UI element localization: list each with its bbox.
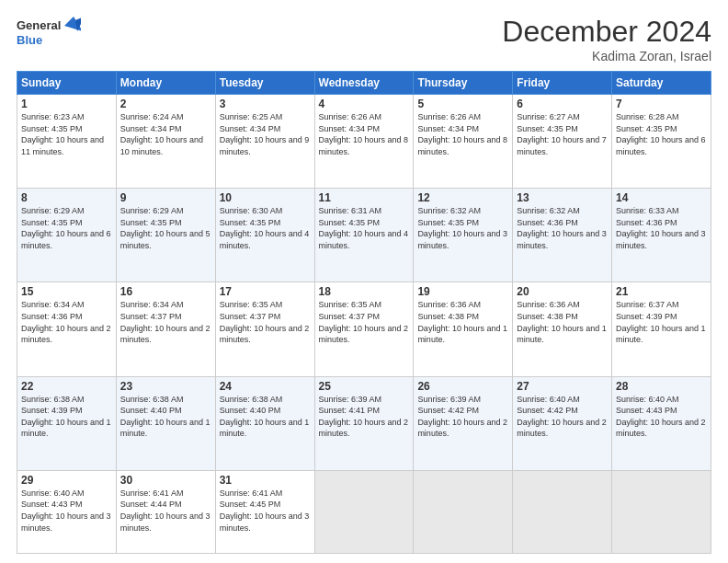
calendar-cell: 26Sunrise: 6:39 AM Sunset: 4:42 PM Dayli… (414, 376, 513, 470)
calendar-cell: 4Sunrise: 6:26 AM Sunset: 4:34 PM Daylig… (314, 95, 414, 189)
calendar-cell: 27Sunrise: 6:40 AM Sunset: 4:42 PM Dayli… (513, 376, 612, 470)
calendar-cell (513, 470, 612, 553)
day-number: 31 (220, 474, 311, 487)
calendar-cell: 17Sunrise: 6:35 AM Sunset: 4:37 PM Dayli… (215, 282, 314, 376)
day-info: Sunrise: 6:40 AM Sunset: 4:43 PM Dayligh… (616, 394, 707, 440)
day-number: 13 (517, 191, 608, 204)
calendar-cell: 23Sunrise: 6:38 AM Sunset: 4:40 PM Dayli… (116, 376, 215, 470)
day-info: Sunrise: 6:30 AM Sunset: 4:35 PM Dayligh… (220, 205, 311, 251)
header-day: Thursday (414, 72, 513, 95)
calendar-cell: 28Sunrise: 6:40 AM Sunset: 4:43 PM Dayli… (612, 376, 711, 470)
day-info: Sunrise: 6:39 AM Sunset: 4:42 PM Dayligh… (417, 394, 508, 440)
day-info: Sunrise: 6:40 AM Sunset: 4:43 PM Dayligh… (21, 488, 112, 534)
calendar-cell: 25Sunrise: 6:39 AM Sunset: 4:41 PM Dayli… (314, 376, 414, 470)
calendar-cell: 14Sunrise: 6:33 AM Sunset: 4:36 PM Dayli… (612, 189, 711, 282)
day-number: 11 (319, 191, 410, 204)
day-info: Sunrise: 6:36 AM Sunset: 4:38 PM Dayligh… (417, 299, 508, 345)
day-info: Sunrise: 6:35 AM Sunset: 4:37 PM Dayligh… (319, 299, 410, 345)
day-number: 9 (120, 191, 211, 204)
day-number: 16 (120, 285, 211, 298)
day-info: Sunrise: 6:38 AM Sunset: 4:39 PM Dayligh… (21, 394, 112, 440)
day-number: 24 (220, 380, 311, 393)
calendar: SundayMondayTuesdayWednesdayThursdayFrid… (17, 71, 711, 554)
day-info: Sunrise: 6:27 AM Sunset: 4:35 PM Dayligh… (517, 111, 608, 157)
day-info: Sunrise: 6:37 AM Sunset: 4:39 PM Dayligh… (616, 299, 707, 345)
day-info: Sunrise: 6:28 AM Sunset: 4:35 PM Dayligh… (616, 111, 707, 157)
day-number: 1 (21, 98, 112, 110)
calendar-cell: 15Sunrise: 6:34 AM Sunset: 4:36 PM Dayli… (17, 282, 117, 376)
day-number: 5 (417, 98, 508, 110)
calendar-cell: 31Sunrise: 6:41 AM Sunset: 4:45 PM Dayli… (215, 470, 314, 553)
day-info: Sunrise: 6:40 AM Sunset: 4:42 PM Dayligh… (517, 394, 608, 440)
calendar-cell: 7Sunrise: 6:28 AM Sunset: 4:35 PM Daylig… (612, 95, 711, 189)
day-number: 23 (120, 380, 211, 393)
day-info: Sunrise: 6:33 AM Sunset: 4:36 PM Dayligh… (616, 205, 707, 251)
header-day: Wednesday (314, 72, 414, 95)
location: Kadima Zoran, Israel (502, 49, 711, 63)
day-number: 28 (616, 380, 707, 393)
svg-text:General: General (17, 18, 61, 32)
calendar-cell: 18Sunrise: 6:35 AM Sunset: 4:37 PM Dayli… (314, 282, 414, 376)
title-area: December 2024 Kadima Zoran, Israel (502, 15, 711, 63)
header-day: Tuesday (215, 72, 314, 95)
day-number: 18 (319, 285, 410, 298)
day-number: 19 (417, 285, 508, 298)
calendar-cell: 6Sunrise: 6:27 AM Sunset: 4:35 PM Daylig… (513, 95, 612, 189)
calendar-cell: 16Sunrise: 6:34 AM Sunset: 4:37 PM Dayli… (116, 282, 215, 376)
calendar-cell: 2Sunrise: 6:24 AM Sunset: 4:34 PM Daylig… (116, 95, 215, 189)
day-info: Sunrise: 6:26 AM Sunset: 4:34 PM Dayligh… (417, 111, 508, 157)
logo: General Blue (17, 15, 81, 52)
calendar-cell: 13Sunrise: 6:32 AM Sunset: 4:36 PM Dayli… (513, 189, 612, 282)
day-number: 20 (517, 285, 608, 298)
day-info: Sunrise: 6:41 AM Sunset: 4:45 PM Dayligh… (220, 488, 311, 534)
header-day: Sunday (17, 72, 117, 95)
calendar-cell: 5Sunrise: 6:26 AM Sunset: 4:34 PM Daylig… (414, 95, 513, 189)
day-number: 4 (319, 98, 410, 110)
day-number: 15 (21, 285, 112, 298)
day-info: Sunrise: 6:36 AM Sunset: 4:38 PM Dayligh… (517, 299, 608, 345)
day-info: Sunrise: 6:41 AM Sunset: 4:44 PM Dayligh… (120, 488, 211, 534)
calendar-cell: 9Sunrise: 6:29 AM Sunset: 4:35 PM Daylig… (116, 189, 215, 282)
day-info: Sunrise: 6:32 AM Sunset: 4:35 PM Dayligh… (417, 205, 508, 251)
day-number: 17 (220, 285, 311, 298)
day-number: 14 (616, 191, 707, 204)
calendar-cell: 30Sunrise: 6:41 AM Sunset: 4:44 PM Dayli… (116, 470, 215, 553)
calendar-cell: 1Sunrise: 6:23 AM Sunset: 4:35 PM Daylig… (17, 95, 117, 189)
day-info: Sunrise: 6:29 AM Sunset: 4:35 PM Dayligh… (120, 205, 211, 251)
day-info: Sunrise: 6:34 AM Sunset: 4:36 PM Dayligh… (21, 299, 112, 345)
day-info: Sunrise: 6:29 AM Sunset: 4:35 PM Dayligh… (21, 205, 112, 251)
day-number: 21 (616, 285, 707, 298)
calendar-cell: 29Sunrise: 6:40 AM Sunset: 4:43 PM Dayli… (17, 470, 117, 553)
calendar-cell: 19Sunrise: 6:36 AM Sunset: 4:38 PM Dayli… (414, 282, 513, 376)
month-title: December 2024 (502, 15, 711, 49)
day-number: 7 (616, 98, 707, 110)
calendar-cell: 12Sunrise: 6:32 AM Sunset: 4:35 PM Dayli… (414, 189, 513, 282)
day-number: 26 (417, 380, 508, 393)
calendar-cell: 10Sunrise: 6:30 AM Sunset: 4:35 PM Dayli… (215, 189, 314, 282)
day-info: Sunrise: 6:25 AM Sunset: 4:34 PM Dayligh… (220, 111, 311, 157)
header-day: Monday (116, 72, 215, 95)
calendar-cell (612, 470, 711, 553)
calendar-cell: 24Sunrise: 6:38 AM Sunset: 4:40 PM Dayli… (215, 376, 314, 470)
day-info: Sunrise: 6:24 AM Sunset: 4:34 PM Dayligh… (120, 111, 211, 157)
day-number: 12 (417, 191, 508, 204)
day-number: 6 (517, 98, 608, 110)
day-number: 30 (120, 474, 211, 487)
svg-text:Blue: Blue (17, 33, 42, 47)
calendar-cell: 20Sunrise: 6:36 AM Sunset: 4:38 PM Dayli… (513, 282, 612, 376)
calendar-cell: 3Sunrise: 6:25 AM Sunset: 4:34 PM Daylig… (215, 95, 314, 189)
day-info: Sunrise: 6:34 AM Sunset: 4:37 PM Dayligh… (120, 299, 211, 345)
calendar-cell: 8Sunrise: 6:29 AM Sunset: 4:35 PM Daylig… (17, 189, 117, 282)
header-day: Friday (513, 72, 612, 95)
day-number: 2 (120, 98, 211, 110)
day-number: 27 (517, 380, 608, 393)
day-number: 25 (319, 380, 410, 393)
day-info: Sunrise: 6:31 AM Sunset: 4:35 PM Dayligh… (319, 205, 410, 251)
calendar-cell: 22Sunrise: 6:38 AM Sunset: 4:39 PM Dayli… (17, 376, 117, 470)
day-info: Sunrise: 6:38 AM Sunset: 4:40 PM Dayligh… (220, 394, 311, 440)
day-number: 8 (21, 191, 112, 204)
day-number: 22 (21, 380, 112, 393)
day-info: Sunrise: 6:35 AM Sunset: 4:37 PM Dayligh… (220, 299, 311, 345)
calendar-cell (414, 470, 513, 553)
day-info: Sunrise: 6:26 AM Sunset: 4:34 PM Dayligh… (319, 111, 410, 157)
